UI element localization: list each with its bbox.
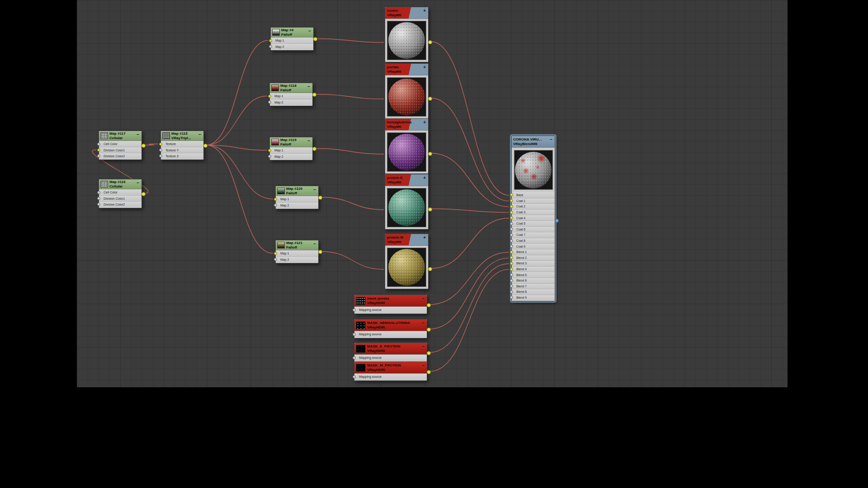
node-proteinE[interactable]: protein EVRayMtl+ [385, 174, 429, 230]
collapse-button[interactable]: − [312, 187, 317, 192]
node-header[interactable]: MASK_M_PROTEINVRayHDRI− [354, 362, 427, 374]
input-socket[interactable] [269, 45, 272, 48]
slot-row[interactable]: Division Color1 [99, 195, 142, 201]
input-socket[interactable] [510, 193, 513, 197]
collapse-button[interactable]: − [307, 84, 311, 89]
node-header[interactable]: protein EVRayMtl+ [385, 174, 428, 186]
input-socket[interactable] [268, 155, 271, 158]
output-socket[interactable] [142, 192, 146, 196]
slot-row[interactable]: Map 2 [276, 202, 318, 208]
collapse-button[interactable]: − [549, 137, 553, 142]
slot-row[interactable]: Blend 1 [512, 249, 555, 255]
input-socket[interactable] [510, 262, 513, 265]
output-socket[interactable] [313, 37, 317, 41]
input-socket[interactable] [353, 333, 356, 336]
input-socket[interactable] [510, 233, 513, 236]
slot-row[interactable]: Base [512, 192, 555, 198]
collapse-button[interactable]: − [307, 28, 312, 33]
slot-row[interactable]: Map 1 [276, 196, 318, 202]
expand-button[interactable]: + [422, 235, 427, 240]
output-socket[interactable] [318, 196, 322, 200]
output-socket[interactable] [427, 351, 431, 355]
collapse-button[interactable]: − [136, 180, 140, 185]
slot-row[interactable]: Mapping source [354, 374, 427, 380]
output-socket[interactable] [142, 144, 146, 148]
node-map121[interactable]: Map #121Falloff−Map 1Map 2 [275, 240, 319, 263]
collapse-button[interactable]: − [421, 320, 425, 325]
input-socket[interactable] [510, 296, 513, 299]
collapse-button[interactable]: − [136, 132, 140, 137]
input-socket[interactable] [159, 149, 162, 152]
input-socket[interactable] [97, 191, 100, 194]
input-socket[interactable] [510, 222, 513, 225]
input-socket[interactable] [274, 197, 277, 201]
slot-row[interactable]: Map 2 [270, 153, 312, 159]
node-maskM[interactable]: MASK_M_PROTEINVRayHDRI−Mapping source [354, 361, 427, 381]
node-blend[interactable]: CORONA VIRU...VRayBlendMtl−BaseCoat 1Coa… [511, 136, 555, 301]
node-header[interactable]: centroVRayMtl+ [385, 7, 428, 19]
slot-row[interactable]: Blend 9 [512, 295, 555, 300]
node-hemaglutinina[interactable]: hemaglutininaVRayMtl+ [385, 118, 429, 174]
slot-row[interactable]: Map 1 [271, 38, 313, 43]
input-socket[interactable] [510, 205, 513, 208]
node-header[interactable]: CORONA VIRU...VRayBlendMtl− [512, 136, 555, 148]
collapse-button[interactable]: − [312, 241, 317, 246]
input-socket[interactable] [510, 228, 513, 231]
slot-row[interactable]: Map 2 [276, 256, 318, 262]
slot-row[interactable]: Blend 7 [512, 283, 555, 289]
collapse-button[interactable]: − [421, 296, 425, 301]
output-socket[interactable] [312, 93, 316, 97]
expand-button[interactable]: + [422, 8, 427, 13]
node-header[interactable]: Map #120Falloff− [276, 186, 318, 196]
output-socket[interactable] [555, 219, 559, 223]
slot-row[interactable]: Cell Color [99, 141, 142, 147]
slot-row[interactable]: Mapping source [354, 355, 427, 361]
collapse-button[interactable]: − [307, 138, 311, 143]
node-header[interactable]: Map #116Cellular− [99, 179, 142, 189]
node-header[interactable]: hemaglutininaVRayMtl+ [385, 119, 428, 131]
input-socket[interactable] [269, 39, 272, 42]
node-header[interactable]: Map #4Falloff− [271, 28, 313, 38]
input-socket[interactable] [510, 273, 513, 277]
output-socket[interactable] [427, 328, 431, 332]
input-socket[interactable] [510, 279, 513, 282]
input-socket[interactable] [97, 142, 100, 145]
expand-button[interactable]: + [422, 175, 427, 180]
slot-row[interactable]: Coat 7 [512, 232, 555, 238]
slot-row[interactable]: Coat 4 [512, 215, 555, 221]
expand-button[interactable]: + [422, 120, 427, 125]
slot-row[interactable]: Texture [161, 141, 203, 147]
input-socket[interactable] [159, 155, 162, 158]
slot-row[interactable]: Division Color1 [99, 147, 142, 153]
node-header[interactable]: protein MVRayMtl+ [385, 234, 428, 246]
input-socket[interactable] [353, 356, 356, 359]
node-graph-canvas[interactable] [77, 0, 788, 387]
output-socket[interactable] [428, 97, 432, 101]
node-map116[interactable]: Map #116Cellular−Cell ColorDivision Colo… [99, 179, 142, 208]
slot-row[interactable]: Map 1 [270, 93, 312, 99]
slot-row[interactable]: Mapping source [354, 331, 427, 337]
node-map115[interactable]: Map #115VRayTripl...−TextureTexture YTex… [160, 131, 204, 160]
output-socket[interactable] [203, 144, 208, 148]
input-socket[interactable] [268, 94, 271, 98]
slot-row[interactable]: Blend 8 [512, 289, 555, 295]
input-socket[interactable] [510, 285, 513, 288]
slot-row[interactable]: Coat 6 [512, 226, 555, 232]
input-socket[interactable] [97, 197, 100, 200]
node-map4[interactable]: Map #4Falloff−Map 1Map 2 [270, 27, 314, 51]
input-socket[interactable] [510, 199, 513, 202]
slot-row[interactable]: Blend 4 [512, 266, 555, 272]
output-socket[interactable] [312, 147, 316, 151]
node-maskHema[interactable]: MASK_HEMAGLUTININAVRayHDRI−Mapping sourc… [354, 319, 427, 338]
input-socket[interactable] [159, 142, 162, 145]
input-socket[interactable] [510, 267, 513, 271]
slot-row[interactable]: Coat 2 [512, 203, 555, 209]
collapse-button[interactable]: − [198, 132, 202, 137]
node-header[interactable]: MASK_HEMAGLUTININAVRayHDRI− [354, 319, 427, 331]
output-socket[interactable] [428, 267, 432, 271]
node-maskPuntas[interactable]: mask puntasVRayHDRI−Mapping source [354, 295, 427, 314]
node-proteinM[interactable]: protein MVRayMtl+ [385, 234, 429, 289]
input-socket[interactable] [268, 101, 271, 104]
expand-button[interactable]: + [422, 65, 427, 70]
node-header[interactable]: mask puntasVRayHDRI− [354, 295, 427, 307]
